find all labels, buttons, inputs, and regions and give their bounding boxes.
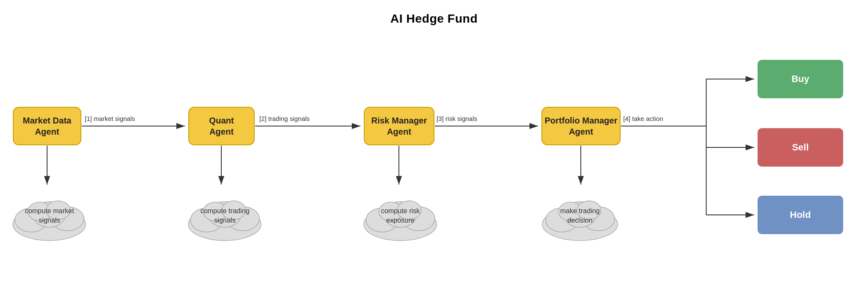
- arrow-label-2: [2] trading signals: [259, 115, 310, 123]
- buy-box: Buy: [758, 60, 843, 98]
- quant-agent: Quant Agent: [188, 107, 255, 145]
- portfolio-manager-agent: Portfolio Manager Agent: [541, 107, 621, 145]
- page-title: AI Hedge Fund: [0, 0, 868, 26]
- risk-manager-agent: Risk Manager Agent: [364, 107, 434, 145]
- cloud-trading-decision: make trading decision: [537, 188, 623, 244]
- cloud-market-signals: compute market signals: [8, 188, 91, 244]
- cloud-risk-exposure: compute risk exposure: [359, 188, 442, 244]
- arrow-label-3: [3] risk signals: [437, 115, 477, 123]
- arrows-svg: [0, 34, 868, 282]
- hold-box: Hold: [758, 196, 843, 234]
- sell-box: Sell: [758, 128, 843, 167]
- arrow-label-4: [4] take action: [623, 115, 663, 123]
- cloud-trading-signals: compute trading signals: [183, 188, 267, 244]
- market-data-agent: Market Data Agent: [13, 107, 81, 145]
- arrow-label-1: [1] market signals: [85, 115, 135, 123]
